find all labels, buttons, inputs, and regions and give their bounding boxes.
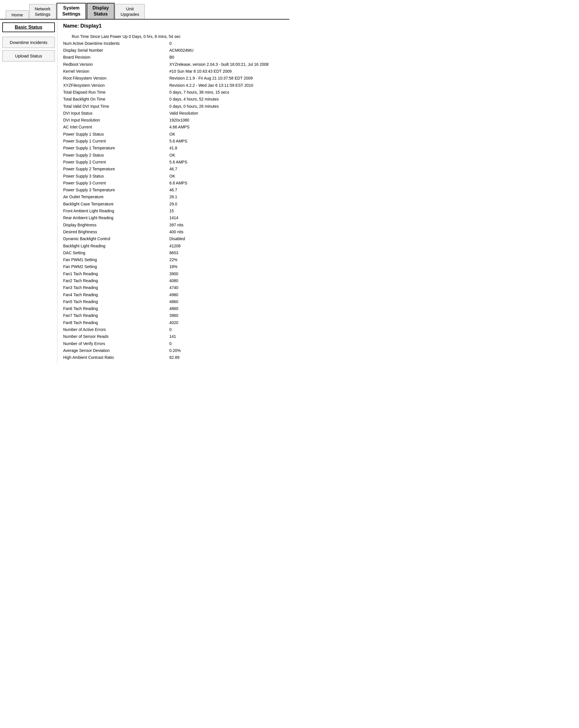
- row-value: 4860: [161, 298, 284, 305]
- table-row: Power Supply 3 Current6.6 AMPS: [63, 180, 284, 186]
- table-row: Run Time Since Last Power Up 0 Days, 0 h…: [63, 33, 284, 40]
- row-value: 3900: [161, 270, 284, 277]
- table-row: Number of Verify Errors0: [63, 340, 284, 347]
- row-value: 28.1: [161, 193, 284, 200]
- row-label: DVI Input Resolution: [63, 116, 161, 124]
- row-label: Number of Sensor Reads: [63, 333, 161, 340]
- row-label: Fan7 Tach Reading: [63, 312, 161, 319]
- row-value: 0: [161, 326, 284, 333]
- sidebar-item-upload-status[interactable]: Upload Status: [2, 50, 55, 61]
- sidebar-item-downtime-incidents[interactable]: Downtime Incidents: [2, 37, 55, 48]
- row-value: OK: [161, 173, 284, 180]
- table-row: Number of Sensor Reads141: [63, 333, 284, 340]
- row-label: Kernel Version: [63, 68, 161, 75]
- row-value: 62.89: [161, 354, 284, 361]
- navigation-bar: Home Network Settings System Settings Di…: [0, 0, 290, 20]
- row-label: Num Active Downtime Incidents: [63, 40, 161, 47]
- content-area: Name: Display1 Run Time Since Last Power…: [57, 20, 290, 365]
- row-label: Power Supply 3 Current: [63, 180, 161, 186]
- main-layout: Basic Status Downtime Incidents Upload S…: [0, 20, 290, 365]
- row-label: Display Serial Number: [63, 47, 161, 54]
- row-value: 5.6 AMPS: [161, 159, 284, 165]
- row-value: 6.6 AMPS: [161, 180, 284, 186]
- row-label: Board Revision: [63, 54, 161, 61]
- tab-unit-upgrades[interactable]: Unit Upgrades: [115, 4, 145, 19]
- table-row: Fan1 Tach Reading3900: [63, 270, 284, 277]
- row-value: 4080: [161, 277, 284, 284]
- row-value: 29.0: [161, 201, 284, 207]
- table-row: Root Filesystem VersionRevision 2.1.9 - …: [63, 75, 284, 82]
- row-label: XYZFilesystem Version: [63, 82, 161, 89]
- table-row: Power Supply 3 Temperature46.7: [63, 186, 284, 193]
- row-value: 5.6 AMPS: [161, 138, 284, 145]
- table-row: Power Supply 2 Temperature46.7: [63, 165, 284, 172]
- row-value: 0 days, 7 hours, 38 mins, 15 secs: [161, 89, 284, 96]
- table-row: Number of Active Errors0: [63, 326, 284, 333]
- row-value: 41.8: [161, 145, 284, 151]
- row-value: 4.66 AMPS: [161, 124, 284, 130]
- table-row: Rear Ambient Light Reading1414: [63, 214, 284, 221]
- row-label: High Ambient Contrast Ratio: [63, 354, 161, 361]
- table-row: Total Valid DVI Input Time0 days, 0 hour…: [63, 103, 284, 110]
- row-value: 46.7: [161, 186, 284, 193]
- row-value: 0: [161, 340, 284, 347]
- row-value: 0 days, 0 hours, 26 minutes: [161, 103, 284, 110]
- tab-network-settings[interactable]: Network Settings: [29, 4, 56, 19]
- row-label: Front Ambient Light Reading: [63, 207, 161, 214]
- row-label: DVI Input Status: [63, 110, 161, 116]
- table-row: Kernel Version#10 Sun Mar 8 10:43:43 EDT…: [63, 68, 284, 75]
- row-label: Average Sensor Deviation: [63, 347, 161, 354]
- table-row: Fan3 Tach Reading4740: [63, 284, 284, 291]
- sidebar: Basic Status Downtime Incidents Upload S…: [0, 20, 57, 365]
- table-row: Power Supply 1 StatusOK: [63, 131, 284, 138]
- row-label: Backlight Case Temperature: [63, 201, 161, 207]
- row-label: AC Inlet Current: [63, 124, 161, 130]
- table-row: Average Sensor Deviation0.20%: [63, 347, 284, 354]
- row-value: OK: [161, 152, 284, 159]
- row-value: 400 nits: [161, 228, 284, 235]
- table-row: Fan PWM2 Setting18%: [63, 263, 284, 270]
- table-row: Board RevisionB0: [63, 54, 284, 61]
- row-value: 141: [161, 333, 284, 340]
- row-label: Dynamic Backlight Control: [63, 235, 161, 242]
- tab-home[interactable]: Home: [6, 10, 29, 19]
- row-value: 0: [161, 40, 284, 47]
- row-value: 46.7: [161, 165, 284, 172]
- table-row: Backlight Case Temperature29.0: [63, 201, 284, 207]
- row-label: Number of Verify Errors: [63, 340, 161, 347]
- tab-system-settings[interactable]: System Settings: [57, 3, 86, 19]
- sidebar-title: Basic Status: [2, 22, 55, 32]
- row-value: 1414: [161, 214, 284, 221]
- row-value: 397 nits: [161, 222, 284, 228]
- row-value: Revision 2.1.9 - Fri Aug 21 10:37:58 EDT…: [161, 75, 284, 82]
- tab-display-status[interactable]: Display Status: [87, 3, 114, 19]
- table-row: Display Brightness397 nits: [63, 222, 284, 228]
- row-label: Number of Active Errors: [63, 326, 161, 333]
- row-value: ACM0024MU: [161, 47, 284, 54]
- row-value: 15: [161, 207, 284, 214]
- table-row: Fan4 Tach Reading4980: [63, 291, 284, 298]
- row-value: 4740: [161, 284, 284, 291]
- row-label: Power Supply 2 Current: [63, 159, 161, 165]
- row-label: Backlight Light Reading: [63, 242, 161, 250]
- row-label: Fan6 Tach Reading: [63, 305, 161, 312]
- row-value: 4860: [161, 305, 284, 312]
- row-value: 4020: [161, 319, 284, 326]
- status-table: Run Time Since Last Power Up 0 Days, 0 h…: [63, 33, 284, 361]
- row-label: Total Backlight On Time: [63, 96, 161, 103]
- row-value: B0: [161, 54, 284, 61]
- row-value: 1920x1080: [161, 116, 284, 124]
- table-row: DAC Setting8653: [63, 250, 284, 256]
- row-value: 41208: [161, 242, 284, 250]
- row-label: Power Supply 1 Status: [63, 131, 161, 138]
- table-row: DVI Input Resolution1920x1080: [63, 116, 284, 124]
- page-title: Name: Display1: [63, 23, 284, 29]
- table-row: Fan PWM1 Setting22%: [63, 256, 284, 263]
- table-row: High Ambient Contrast Ratio62.89: [63, 354, 284, 361]
- row-label: Redboot Version: [63, 61, 161, 68]
- row-value: Valid Resolution: [161, 110, 284, 116]
- table-row: Power Supply 1 Temperature41.8: [63, 145, 284, 151]
- table-row: Air Outlet Temperature28.1: [63, 193, 284, 200]
- row-label: Fan PWM2 Setting: [63, 263, 161, 270]
- table-row: AC Inlet Current4.66 AMPS: [63, 124, 284, 130]
